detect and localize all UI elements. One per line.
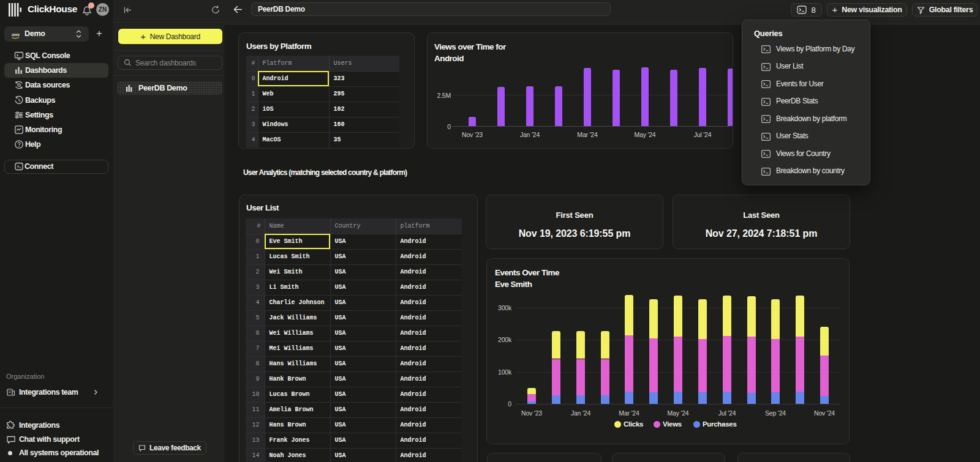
svg-text:aws: aws (12, 32, 20, 37)
